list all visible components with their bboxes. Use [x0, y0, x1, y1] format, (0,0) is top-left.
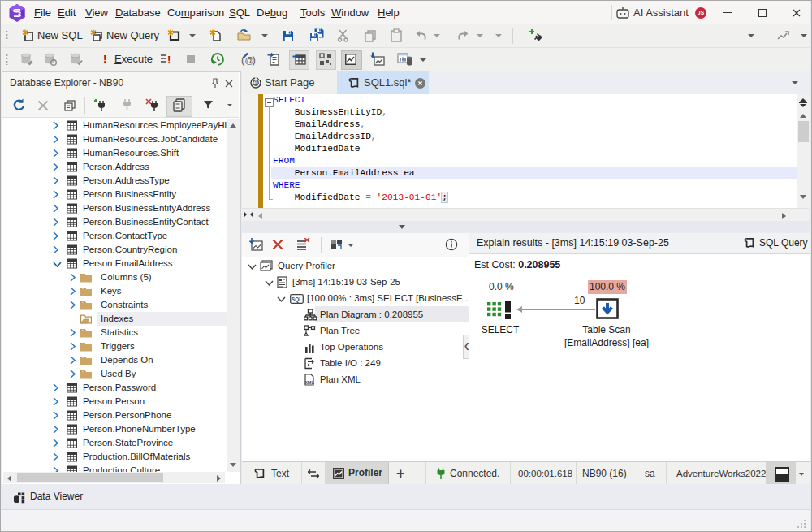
svg-text:1: 1 — [254, 80, 257, 86]
svg-text:XML: XML — [304, 379, 314, 384]
svg-text:SQL: SQL — [292, 296, 302, 303]
svg-text:): ) — [253, 54, 256, 66]
svg-text:!: ! — [167, 54, 171, 65]
